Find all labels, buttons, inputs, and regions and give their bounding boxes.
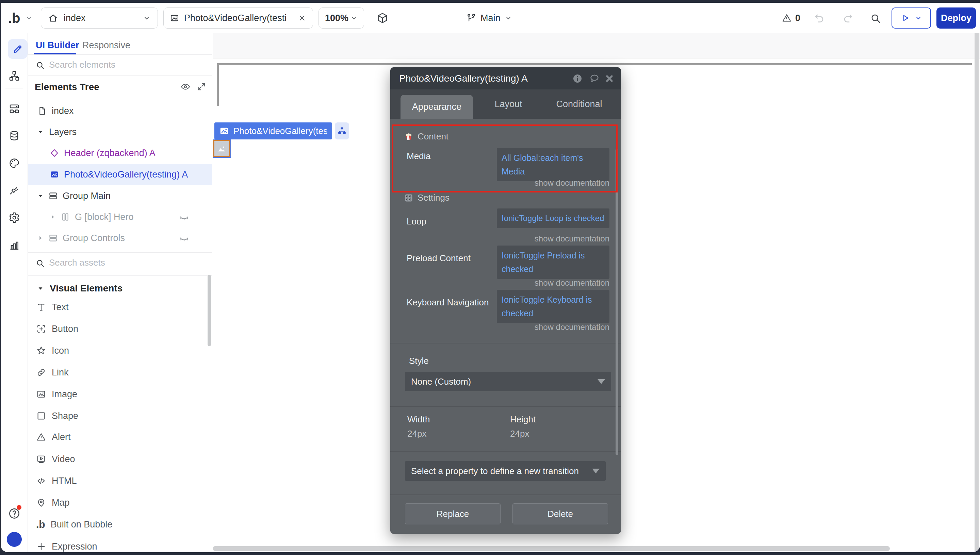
group-icon	[48, 191, 58, 201]
search-icon	[35, 61, 45, 70]
asset-item-video[interactable]: Video	[28, 449, 212, 469]
preview-box-icon[interactable]	[376, 12, 389, 24]
inspector-tab-strip: Appearance Layout Conditional	[390, 90, 621, 119]
search-assets-input[interactable]	[48, 257, 178, 268]
database-icon[interactable]	[8, 130, 20, 141]
asset-item-link[interactable]: Link	[28, 362, 212, 383]
preview-run-button[interactable]	[892, 8, 931, 29]
loop-field-value[interactable]: IonicToggle Loop is checked	[497, 209, 609, 228]
panel-scrollbar[interactable]	[207, 275, 211, 346]
close-tab-icon[interactable]	[298, 14, 307, 22]
chevron-down-icon	[504, 14, 512, 22]
link-icon	[36, 367, 46, 377]
tab-layout[interactable]: Layout	[485, 90, 532, 119]
replace-button[interactable]: Replace	[405, 503, 501, 525]
height-value: 24px	[510, 428, 529, 439]
styles-palette-icon[interactable]	[8, 157, 20, 169]
asset-item-shape[interactable]: Shape	[28, 406, 212, 426]
square-icon	[36, 411, 46, 421]
height-label: Height	[510, 414, 536, 425]
image-placeholder-element[interactable]	[214, 140, 230, 157]
tab-responsive[interactable]: Responsive	[82, 40, 130, 51]
rail-divider	[5, 88, 23, 88]
chevron-down-icon	[143, 14, 151, 22]
bubble-logo-menu[interactable]: .b	[8, 3, 33, 33]
delete-button[interactable]: Delete	[512, 503, 608, 525]
selected-element-pill[interactable]: Photo&VideoGallery(tes...	[214, 122, 332, 140]
inspector-scrollbar[interactable]	[615, 149, 618, 455]
keyboard-field-value[interactable]: IonicToggle Keyboard is checked	[497, 290, 609, 323]
loop-show-documentation[interactable]: show documentation	[535, 234, 609, 244]
tab-ui-builder[interactable]: UI Builder	[36, 40, 79, 51]
plugins-plug-icon[interactable]	[8, 184, 20, 196]
caret-down-icon[interactable]	[37, 128, 44, 136]
tree-row-block-hero[interactable]: G [block] Hero	[28, 207, 212, 227]
left-icon-rail	[1, 33, 28, 552]
expand-panel-icon[interactable]	[197, 82, 206, 91]
logs-chart-icon[interactable]	[8, 239, 20, 251]
undo-icon[interactable]	[814, 13, 825, 24]
reusable-diamond-icon	[50, 148, 59, 158]
asset-item-html[interactable]: HTML	[28, 471, 212, 491]
preload-show-documentation[interactable]: show documentation	[535, 278, 609, 288]
page-selector-dropdown[interactable]: index	[41, 8, 158, 29]
caret-right-icon[interactable]	[37, 234, 44, 242]
search-icon[interactable]	[870, 13, 881, 24]
horizontal-scrollbar[interactable]	[213, 546, 890, 551]
asset-item-button[interactable]: Button	[28, 319, 212, 339]
tree-row-header-reusable[interactable]: Header (zqbackend) A	[28, 143, 212, 163]
info-icon[interactable]	[572, 73, 583, 84]
asset-item-image[interactable]: Image	[28, 384, 212, 404]
asset-item-expression[interactable]: Expression	[28, 536, 212, 552]
style-label: Style	[409, 356, 429, 366]
element-tab[interactable]: Photo&VideoGallery(testin...	[163, 8, 313, 29]
search-elements-input[interactable]	[48, 59, 178, 71]
media-show-documentation[interactable]: show documentation	[535, 178, 609, 188]
play-icon	[900, 13, 910, 23]
page-boundary-left	[217, 63, 219, 106]
element-hierarchy-button[interactable]	[335, 122, 349, 140]
user-avatar[interactable]	[7, 532, 22, 547]
comment-icon[interactable]	[589, 73, 600, 84]
style-dropdown[interactable]: None (Custom)	[405, 372, 611, 391]
issues-indicator[interactable]: 0	[782, 3, 800, 33]
workflow-sitemap-icon[interactable]	[8, 70, 20, 82]
caret-right-icon[interactable]	[49, 213, 56, 221]
content-section-title: Content	[404, 131, 448, 142]
transition-dropdown[interactable]: Select a property to define a new transi…	[405, 461, 606, 481]
page-selector-label: index	[64, 13, 86, 24]
asset-item-built-on-bubble[interactable]: .b Built on Bubble	[28, 514, 212, 534]
asset-item-icon[interactable]: Icon	[28, 340, 212, 361]
eye-off-icon[interactable]	[179, 212, 189, 222]
close-icon[interactable]	[604, 73, 615, 84]
tab-conditional[interactable]: Conditional	[550, 90, 608, 119]
branch-label: Main	[480, 13, 501, 24]
tree-row-photo-gallery-selected[interactable]: Photo&VideoGallery(testing) A	[28, 164, 212, 185]
help-icon[interactable]	[8, 507, 21, 520]
settings-gear-icon[interactable]	[8, 212, 20, 223]
preload-field-value[interactable]: IonicToggle Preload is checked	[497, 245, 609, 279]
warning-triangle-icon	[782, 13, 792, 23]
vertical-scrollbar[interactable]	[975, 33, 978, 552]
design-tab-active[interactable]	[8, 39, 27, 59]
eye-off-icon[interactable]	[179, 233, 189, 243]
tree-row-group-main[interactable]: Group Main	[28, 186, 212, 206]
caret-down-icon[interactable]	[37, 192, 44, 200]
visual-elements-header[interactable]: Visual Elements	[28, 279, 212, 298]
redo-icon[interactable]	[842, 13, 853, 24]
branch-selector[interactable]: Main	[466, 3, 512, 33]
asset-item-text[interactable]: Text	[28, 297, 212, 317]
tree-row-group-controls[interactable]: Group Controls	[28, 228, 212, 248]
asset-item-map[interactable]: Map	[28, 492, 212, 513]
asset-item-alert[interactable]: Alert	[28, 427, 212, 447]
components-icon[interactable]	[8, 103, 20, 115]
deploy-button[interactable]: Deploy	[937, 8, 976, 29]
tree-row-layers[interactable]: Layers	[28, 122, 212, 142]
inspector-header[interactable]: Photo&VideoGallery(testing) A	[390, 67, 621, 90]
eye-icon[interactable]	[180, 82, 191, 92]
tab-appearance[interactable]: Appearance	[400, 95, 473, 119]
tree-row-index[interactable]: index	[28, 101, 212, 121]
keyboard-show-documentation[interactable]: show documentation	[535, 322, 609, 332]
zoom-dropdown[interactable]: 100%	[318, 8, 364, 29]
media-field-value[interactable]: All Global:each item's Media	[497, 148, 609, 181]
